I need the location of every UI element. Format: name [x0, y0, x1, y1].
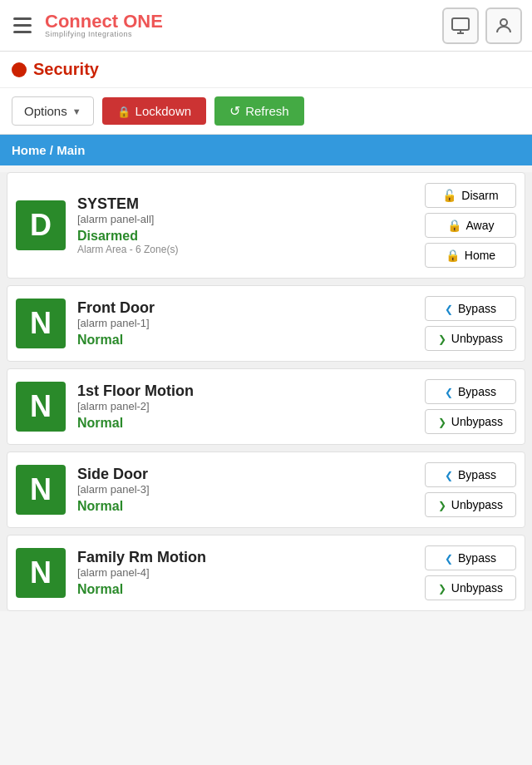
zone-card: NFront Door[alarm panel-1]NormalBypassUn…	[7, 285, 525, 362]
lockdown-icon	[117, 104, 131, 118]
refresh-button[interactable]: Refresh	[214, 96, 304, 126]
zone-status: Normal	[77, 582, 413, 597]
zone-panel: [alarm panel-all]	[77, 213, 413, 225]
breadcrumb: Home / Main	[0, 135, 532, 165]
zone-actions: BypassUnbypass	[425, 379, 516, 434]
action-away-label: Away	[466, 219, 495, 232]
logo-text: Connect ONE	[45, 12, 163, 31]
zone-info: Front Door[alarm panel-1]Normal	[77, 299, 413, 348]
zone-name: Side Door	[77, 466, 413, 483]
zone-actions: BypassUnbypass	[425, 296, 516, 351]
svg-rect-0	[452, 18, 469, 30]
action-unbypass-label: Unbypass	[451, 415, 503, 428]
zone-actions: BypassUnbypass	[425, 545, 516, 600]
action-unbypass-label: Unbypass	[451, 332, 503, 345]
action-unbypass-button[interactable]: Unbypass	[425, 409, 516, 434]
action-bypass-button[interactable]: Bypass	[425, 545, 516, 570]
bypass-icon	[445, 302, 453, 315]
action-bypass-label: Bypass	[458, 385, 496, 398]
unbypass-icon	[438, 581, 446, 595]
zone-name: 1st Floor Motion	[77, 382, 413, 400]
action-bypass-label: Bypass	[458, 551, 496, 565]
action-disarm-button[interactable]: Disarm	[425, 183, 516, 208]
zone-status: Normal	[77, 333, 413, 348]
status-dot	[12, 62, 27, 77]
zone-status-icon: N	[16, 548, 66, 598]
bypass-icon	[445, 551, 453, 565]
refresh-label: Refresh	[245, 104, 289, 118]
user-icon-button[interactable]	[485, 7, 522, 44]
bypass-icon	[445, 468, 453, 481]
logo-one: ONE	[123, 11, 163, 32]
zone-panel: [alarm panel-4]	[77, 566, 413, 579]
lockdown-button[interactable]: Lockdown	[102, 97, 207, 125]
action-bypass-label: Bypass	[458, 302, 496, 315]
zone-status-icon: N	[16, 382, 66, 432]
zone-card: NFamily Rm Motion[alarm panel-4]NormalBy…	[7, 535, 525, 611]
zone-card: NSide Door[alarm panel-3]NormalBypassUnb…	[7, 452, 525, 528]
zone-status-icon: N	[16, 299, 66, 348]
action-away-button[interactable]: Away	[425, 213, 516, 238]
lock-icon	[446, 249, 460, 262]
zone-panel: [alarm panel-1]	[77, 317, 413, 329]
lockdown-label: Lockdown	[135, 104, 192, 118]
security-title-bar: Security	[0, 52, 532, 88]
zone-actions: BypassUnbypass	[425, 462, 516, 517]
breadcrumb-text: Home / Main	[12, 143, 85, 157]
action-bypass-label: Bypass	[458, 468, 496, 481]
zone-status-icon: D	[16, 200, 66, 250]
lock-icon	[447, 219, 461, 232]
logo-tagline: Simplifying Integrations	[45, 31, 163, 38]
svg-point-3	[500, 19, 507, 26]
unbypass-icon	[438, 332, 446, 345]
zone-panel: [alarm panel-3]	[77, 483, 413, 496]
zone-status: Normal	[77, 499, 413, 514]
action-unbypass-button[interactable]: Unbypass	[425, 492, 516, 517]
refresh-icon	[229, 103, 240, 119]
action-home-button[interactable]: Home	[425, 243, 516, 268]
action-unbypass-button[interactable]: Unbypass	[425, 326, 516, 351]
zone-actions: DisarmAwayHome	[425, 183, 516, 268]
action-home-label: Home	[465, 249, 495, 262]
action-bypass-button[interactable]: Bypass	[425, 462, 516, 487]
action-bypass-button[interactable]: Bypass	[425, 296, 516, 321]
header-left: Connect ONE Simplifying Integrations	[10, 12, 163, 38]
logo: Connect ONE Simplifying Integrations	[45, 12, 163, 38]
zone-panel: [alarm panel-2]	[77, 400, 413, 412]
menu-button[interactable]	[10, 14, 35, 37]
zone-card: N1st Floor Motion[alarm panel-2]NormalBy…	[7, 368, 525, 445]
unlock-icon	[442, 189, 456, 202]
zone-name: Family Rm Motion	[77, 549, 413, 566]
zone-info: SYSTEM[alarm panel-all]DisarmedAlarm Are…	[77, 195, 413, 255]
action-unbypass-label: Unbypass	[451, 581, 503, 595]
logo-connect: Connect	[45, 11, 123, 32]
zone-status: Disarmed	[77, 229, 413, 244]
action-bypass-button[interactable]: Bypass	[425, 379, 516, 404]
zone-name: SYSTEM	[77, 195, 413, 213]
zone-info: Family Rm Motion[alarm panel-4]Normal	[77, 549, 413, 597]
bypass-icon	[445, 385, 453, 398]
zone-status-icon: N	[16, 465, 66, 515]
monitor-icon-button[interactable]	[442, 7, 479, 44]
zone-status: Normal	[77, 416, 413, 431]
unbypass-icon	[438, 415, 446, 428]
zone-list: DSYSTEM[alarm panel-all]DisarmedAlarm Ar…	[0, 172, 532, 611]
zone-info: Side Door[alarm panel-3]Normal	[77, 466, 413, 514]
options-label: Options	[24, 104, 67, 118]
action-unbypass-label: Unbypass	[451, 498, 503, 511]
toolbar: Options ▼ Lockdown Refresh	[0, 88, 532, 135]
header-actions	[442, 7, 522, 44]
zone-name: Front Door	[77, 299, 413, 317]
unbypass-icon	[438, 498, 446, 511]
header: Connect ONE Simplifying Integrations	[0, 0, 532, 52]
action-unbypass-button[interactable]: Unbypass	[425, 575, 516, 600]
action-disarm-label: Disarm	[461, 189, 498, 202]
zone-card: DSYSTEM[alarm panel-all]DisarmedAlarm Ar…	[7, 172, 525, 279]
options-button[interactable]: Options ▼	[12, 96, 94, 126]
zone-alarm-area: Alarm Area - 6 Zone(s)	[77, 244, 413, 255]
options-caret: ▼	[72, 106, 81, 116]
zone-info: 1st Floor Motion[alarm panel-2]Normal	[77, 382, 413, 431]
page-title: Security	[33, 60, 99, 79]
